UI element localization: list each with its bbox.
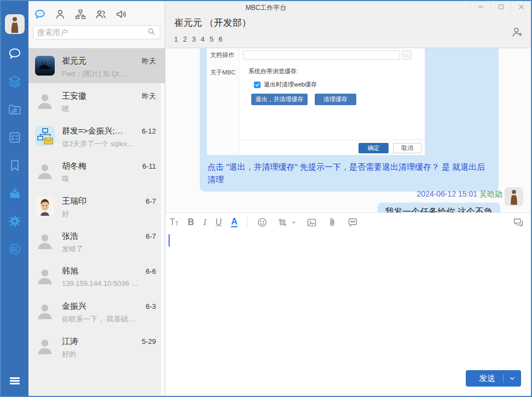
contact-list: 崔元元昨天 Fwd：[图片] 加 Qt… 王安徽昨天 嗯 群发=>金振 [28,48,165,396]
tab-1[interactable]: 1 [174,35,178,43]
close-button[interactable] [511,1,531,13]
contact-preview: 139.159.144.10:5036 … [62,279,156,287]
bold-button[interactable]: B [188,218,194,227]
contact-row-cuiyuanyuan[interactable]: 崔元元昨天 Fwd：[图片] 加 Qt… [28,48,165,83]
cartoon-face-avatar [35,196,55,216]
checkbox-checked-icon [254,82,261,88]
chat-bubble-icon[interactable] [7,46,22,61]
org-chart-icon[interactable] [74,8,86,20]
tab-2[interactable]: 2 [183,35,187,43]
contact-row-hanxu[interactable]: 韩旭6-6 139.159.144.10:5036 … [28,258,165,294]
text-cursor [169,234,170,246]
message-history: 文档操作 关于MBC ... 系统自带浏览缓存: 退出时清理web缓存 退出，并… [165,48,531,212]
contact-row-wangruiyin[interactable]: 王瑞印6-7 好 [28,188,165,223]
font-size-button[interactable]: TT [170,218,178,227]
bookmark-icon[interactable] [7,158,22,173]
contact-time: 6-12 [142,127,156,135]
default-avatar [35,336,55,356]
contact-preview: 好的 [62,349,156,359]
italic-button[interactable]: I [203,218,206,227]
contact-name: 韩旭 [62,266,142,277]
screenshot-icon[interactable] [277,217,288,228]
message-text: 点击 "退出，并清理缓存" 先提示一下，是否需要退出清理缓存？ 是 就退出后清理 [200,155,499,187]
default-avatar [35,301,55,321]
outgoing-message-bubble: 我发一个任务给你 这个不急 [378,203,500,212]
contacts-person-icon[interactable] [54,8,66,20]
tab-6[interactable]: 6 [218,35,222,43]
send-options-caret-icon[interactable] [504,375,521,382]
contact-row-qunfa[interactable]: 群发=>金振兴;…6-12 这2天弄了一个 sqlex… [28,118,165,153]
default-avatar [35,161,55,181]
message-meta: 2024-06-12 15:01 吴晗勋 [417,189,502,199]
about-list-icon[interactable] [7,241,22,257]
default-avatar [35,91,55,111]
contact-time: 6-3 [146,302,156,310]
hamburger-menu-icon[interactable] [1,374,28,387]
contact-preview: 你联系一下， 我基础… [62,314,156,324]
contact-preview: Fwd：[图片] 加 Qt… [62,69,156,79]
my-avatar[interactable] [5,14,25,34]
contact-row-jiangtao[interactable]: 江涛5-29 好的 [28,329,165,364]
tab-5[interactable]: 5 [210,35,213,43]
attachment-icon[interactable] [327,217,338,228]
folder-transfer-icon[interactable] [7,102,22,117]
dialog-browse-button: ... [402,50,412,60]
contact-name: 王安徽 [62,91,138,101]
task-list-icon[interactable] [7,130,22,145]
maximize-button[interactable] [490,1,511,13]
underline-button[interactable]: U [216,218,222,227]
minimize-button[interactable] [470,1,490,13]
send-button[interactable]: 发送 [466,370,521,387]
message-sender: 吴晗勋 [479,189,502,198]
contact-name: 江涛 [62,336,138,347]
recent-chats-icon[interactable] [34,8,46,20]
message-input-area[interactable]: 发送 [165,232,531,396]
tab-4[interactable]: 4 [201,35,205,43]
contact-preview: 哦 [62,174,156,184]
emoji-icon[interactable] [257,217,268,228]
contact-row-zhanghao[interactable]: 张浩6-7 发错了 [28,223,165,258]
default-avatar [35,266,55,286]
dialog-cache-label: 系统自带浏览缓存: [248,67,298,76]
contact-row-hudongmei[interactable]: 胡冬梅6-11 哦 [28,153,165,188]
boat-avatar [35,56,55,76]
search-input[interactable] [37,28,147,37]
image-icon[interactable] [306,217,317,228]
group-contacts-icon[interactable] [95,8,107,20]
dialog-cancel-button: 取消 [393,143,421,153]
tab-3[interactable]: 3 [192,35,195,43]
contact-row-wanganhui[interactable]: 王安徽昨天 嗯 [28,83,165,118]
nav-rail-icons [7,46,22,257]
contact-preview: 发错了 [62,244,156,254]
settings-gear-icon[interactable] [7,214,22,229]
app-title: MBC工作平台 [246,3,287,13]
dialog-checkbox-label: 退出时清理web缓存 [264,80,317,89]
default-avatar [35,231,55,251]
chat-header: 崔元元 （开发部） [165,13,531,35]
dialog-sidebar: 文档操作 关于MBC [207,48,239,155]
contacts-tab-icons [28,1,165,20]
embedded-screenshot-image[interactable]: 文档操作 关于MBC ... 系统自带浏览缓存: 退出时清理web缓存 退出，并… [207,48,425,155]
dialog-sidebar-item: 文档操作 [210,51,234,59]
dialog-checkbox-row: 退出时清理web缓存 [254,80,317,89]
sender-avatar[interactable] [505,187,523,206]
contact-name: 胡冬梅 [62,161,139,171]
announcement-speaker-icon[interactable] [115,8,127,20]
add-person-icon[interactable] [511,25,524,38]
screenshot-caret-icon[interactable] [291,220,297,226]
chat-title: 崔元元 （开发部） [174,16,251,29]
message-record-icon[interactable] [347,217,358,228]
dialog-sidebar-item: 关于MBC [210,68,235,77]
app-window: 崔元元昨天 Fwd：[图片] 加 Qt… 王安徽昨天 嗯 群发=>金振 [0,0,532,397]
layers-icon[interactable] [7,74,22,89]
dialog-clear-button: 清理缓存 [315,94,356,105]
contact-row-jinzhenxing[interactable]: 金振兴6-3 你联系一下， 我基础… [28,294,165,329]
nav-rail [1,1,28,396]
contact-name: 张浩 [62,231,142,241]
font-color-button[interactable]: A [231,217,238,227]
message-time: 2024-06-12 15:01 [417,189,478,198]
chat-records-icon[interactable] [512,216,524,228]
inbox-download-icon[interactable] [7,186,22,201]
contact-preview: 嗯 [62,104,156,114]
search-icon[interactable] [147,27,156,38]
